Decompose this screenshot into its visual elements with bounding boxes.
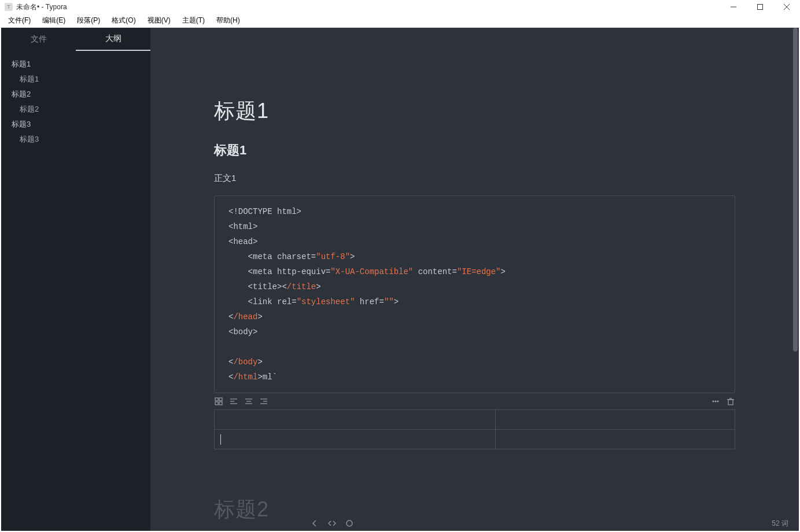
sidebar: 文件 大纲 标题1标题1标题2标题2标题3标题3 — [1, 28, 150, 531]
maximize-button[interactable] — [747, 0, 773, 14]
outline-item[interactable]: 标题3 — [1, 117, 150, 132]
sidebar-tab-outline[interactable]: 大纲 — [76, 28, 150, 51]
svg-rect-6 — [215, 402, 218, 405]
outline-item[interactable]: 标题1 — [1, 57, 150, 72]
table-cell[interactable] — [215, 430, 496, 449]
code-block[interactable]: <!DOCTYPE html> <html> <head> <meta char… — [214, 195, 735, 393]
svg-point-18 — [715, 401, 716, 402]
outline-item[interactable]: 标题2 — [1, 102, 150, 117]
svg-rect-5 — [219, 398, 222, 401]
table-cell[interactable] — [215, 410, 496, 430]
menu-paragraph[interactable]: 段落(P) — [71, 14, 106, 27]
menu-help[interactable]: 帮助(H) — [211, 14, 246, 27]
heading-1[interactable]: 标题1 — [214, 97, 735, 125]
scrollbar-thumb[interactable] — [793, 28, 798, 352]
align-left-icon[interactable] — [229, 397, 238, 406]
table-delete-icon[interactable] — [726, 397, 735, 406]
app-icon: T — [5, 3, 13, 11]
menu-format[interactable]: 格式(O) — [106, 14, 141, 27]
outline-item[interactable]: 标题1 — [1, 72, 150, 87]
svg-rect-7 — [219, 402, 222, 405]
minimize-button[interactable] — [720, 0, 747, 14]
svg-rect-4 — [215, 398, 218, 401]
svg-point-17 — [713, 401, 714, 402]
menu-edit[interactable]: 编辑(E) — [36, 14, 71, 27]
word-count[interactable]: 52 词 — [772, 519, 788, 529]
window-title: 未命名• - Typora — [16, 2, 720, 12]
svg-rect-1 — [758, 5, 763, 10]
editor-area[interactable]: 标题1 标题1 正文1 <!DOCTYPE html> <html> <head… — [150, 28, 799, 531]
outline-toggle-icon[interactable] — [345, 519, 354, 528]
sidebar-tab-files[interactable]: 文件 — [1, 28, 76, 51]
menu-file[interactable]: 文件(F) — [2, 14, 36, 27]
table-cell[interactable] — [496, 410, 735, 430]
svg-rect-20 — [728, 400, 733, 405]
outline-item[interactable]: 标题3 — [1, 132, 150, 147]
align-center-icon[interactable] — [244, 397, 253, 406]
status-bar: 52 词 — [300, 516, 799, 531]
table-resize-icon[interactable] — [214, 397, 223, 406]
align-right-icon[interactable] — [259, 397, 268, 406]
outline-item[interactable]: 标题2 — [1, 87, 150, 102]
close-button[interactable] — [773, 0, 800, 14]
menu-bar: 文件(F) 编辑(E) 段落(P) 格式(O) 视图(V) 主题(T) 帮助(H… — [0, 14, 800, 28]
table-more-icon[interactable] — [711, 397, 720, 406]
sidebar-toggle-icon[interactable] — [310, 519, 319, 528]
outline-list: 标题1标题1标题2标题2标题3标题3 — [1, 51, 150, 531]
svg-point-23 — [346, 520, 352, 526]
svg-point-19 — [717, 401, 718, 402]
heading-2[interactable]: 标题1 — [214, 142, 735, 159]
source-mode-icon[interactable] — [327, 519, 337, 528]
paragraph-text[interactable]: 正文1 — [214, 173, 735, 184]
table-toolbar — [214, 393, 735, 409]
title-bar: T 未命名• - Typora — [0, 0, 800, 14]
table-cell[interactable] — [496, 430, 735, 449]
menu-view[interactable]: 视图(V) — [142, 14, 176, 27]
menu-theme[interactable]: 主题(T) — [176, 14, 211, 27]
scrollbar[interactable] — [792, 28, 799, 531]
markdown-table[interactable] — [214, 409, 735, 449]
